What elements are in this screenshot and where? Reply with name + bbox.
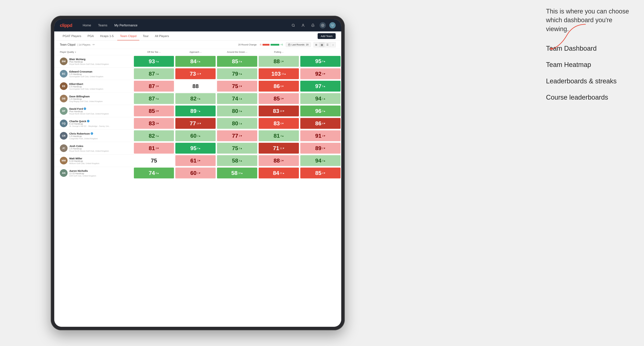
score-change: 2▼ [280,159,284,162]
subnav-tour[interactable]: Tour [140,34,152,40]
subnav-hcaps[interactable]: Hcaps 1-5 [97,34,116,40]
score-cell-putting: 97 5▲ [300,80,341,92]
score-change: 3▼ [280,97,284,100]
score-cell-approach: 58 10▲ [216,167,258,179]
player-avatar: DB [60,95,68,102]
player-name[interactable]: Josh Coles [69,145,133,148]
score-box: 58 10▲ [217,168,257,178]
add-team-button[interactable]: Add Team [318,33,336,39]
player-name[interactable]: Aaron Nicholls [69,169,133,172]
score-change: 4▲ [280,135,284,137]
score-change: 11▼ [197,72,202,75]
score-value: 87 [149,95,155,102]
player-info: DF David Ford✓ Plus Handicap Royal North… [60,107,133,115]
score-cell-putting: 91 3▼ [300,130,341,142]
player-avatar: JC [60,144,68,152]
settings-icon[interactable] [320,22,326,28]
player-name[interactable]: Charlie Quick✓ [69,120,133,123]
player-avatar: EC [60,70,68,78]
round-change-label: 20 Round Change [238,43,257,46]
score-box: 94 3▲ [300,155,340,166]
score-box: 83 6▼ [259,118,299,129]
score-box: 74 1▲ [217,93,257,104]
score-cell-putting: 85 4▼ [300,167,341,179]
edit-team-icon[interactable]: ✏ [92,43,95,46]
player-name[interactable]: Edward Crossman [69,70,133,73]
score-value: 91 [315,133,322,139]
option-leaderboards: Leaderboards & streaks [546,77,634,86]
nav-my-performance[interactable]: My Performance [111,19,141,31]
bell-icon[interactable] [310,22,316,28]
score-box: 81 3▼ [134,143,174,154]
score-change: 1▲ [322,97,326,100]
player-name[interactable]: Chris Robertson✓ [69,132,133,135]
view-icons: ⊞ ▦ ☰ ↕ [314,42,336,47]
score-value: 95 [190,145,197,152]
score-cell-off-the-tee: 84 6▲ [175,55,216,68]
player-club: Gog Magog Golf Club, United Kingdom [69,100,133,102]
player-cell: MM Matt Miller 6-10 Handicap Woburn Golf… [54,155,133,167]
score-value: 75 [232,145,238,152]
score-box: 75 2▲ [217,143,257,154]
score-box: 88 2▼ [259,155,299,166]
score-change: 3▼ [322,72,326,75]
player-info: EC Edward Crossman 1-5 Handicap Sunningd… [60,70,133,78]
score-value: 94 [315,158,322,164]
score-cell-player-quality: 93 4▲ [133,55,175,68]
grid-view-button[interactable]: ⊞ [314,42,319,47]
player-tbody: BM Blair McHarg Plus Handicap Royal Nort… [54,55,341,179]
player-name[interactable]: David Ford✓ [69,107,133,110]
score-box: 87 1▲ [134,68,174,79]
user-avatar[interactable]: U [329,22,336,28]
verified-badge: ✓ [91,132,93,135]
table-row: EE Elliot Ebert 1-5 Handicap Sunningdale… [54,80,341,92]
subnav-all-players[interactable]: All Players [152,34,172,40]
tablet-frame: clippd Home Teams My Performance [51,16,345,330]
score-box: 80 3▲ [217,106,257,116]
last-rounds-label: Last Rounds: [292,43,305,46]
player-info: DB Dave Billingham 1-5 Handicap Gog Mago… [60,95,133,102]
subnav-team-clippd[interactable]: Team Clippd [117,34,140,40]
table-row: EC Edward Crossman 1-5 Handicap Sunningd… [54,68,341,80]
player-cell: DF David Ford✓ Plus Handicap Royal North… [54,105,133,117]
list-view-button[interactable]: ☰ [325,42,330,47]
subnav-pga[interactable]: PGA [85,34,96,40]
player-name[interactable]: Dave Billingham [69,95,133,98]
score-change: 3▼ [156,147,159,150]
score-cell-player-quality: 82 3▲ [133,130,175,142]
score-change: 4▲ [197,97,201,100]
th-putting: Putting — [258,49,300,55]
table-row: CR Chris Robertson✓ 1-5 Handicap Craigmi… [54,130,341,142]
nav-teams[interactable]: Teams [95,19,111,31]
option-course-leaderboards: Course leaderboards [546,93,634,102]
player-details: Aaron Nicholls 11-15 Handicap Drift Golf… [69,169,133,177]
score-value: 83 [273,108,279,114]
score-change: 14▼ [197,122,202,125]
user-icon[interactable] [300,22,306,28]
sort-button[interactable]: ↕ [330,42,336,47]
score-value: 83 [274,120,280,127]
player-club: Drift Golf Club, United Kingdom [69,175,133,177]
verified-badge: ✓ [84,107,86,110]
score-change: 7▲ [197,110,201,112]
player-name[interactable]: Matt Miller [69,157,133,160]
player-name[interactable]: Elliot Ebert [69,82,133,85]
nav-home[interactable]: Home [79,19,95,31]
last-rounds-button[interactable]: Last Rounds: 20 [286,42,311,47]
subnav-pgat[interactable]: PGAT Players [60,34,84,40]
score-cell-off-the-tee: 73 11▼ [175,68,216,80]
player-cell: JC Josh Coles 1-5 Handicap Royal North D… [54,142,133,155]
score-box: 81 4▲ [259,130,299,141]
player-name[interactable]: Blair McHarg [69,58,133,61]
search-icon[interactable] [290,22,296,28]
score-value: 85 [149,108,155,114]
score-cell-off-the-tee: 77 14▼ [175,117,216,130]
score-box: 77 3▼ [217,130,257,141]
score-cell-player-quality: 83 3▼ [133,117,175,130]
score-cell-around-the-green: 103 15▲ [258,68,300,80]
heatmap-view-button[interactable]: ▦ [319,42,324,47]
neg-bar [262,44,270,46]
score-value: 75 [151,158,157,164]
player-handicap: Plus Handicap [69,110,133,113]
score-change: 4▲ [239,159,242,162]
